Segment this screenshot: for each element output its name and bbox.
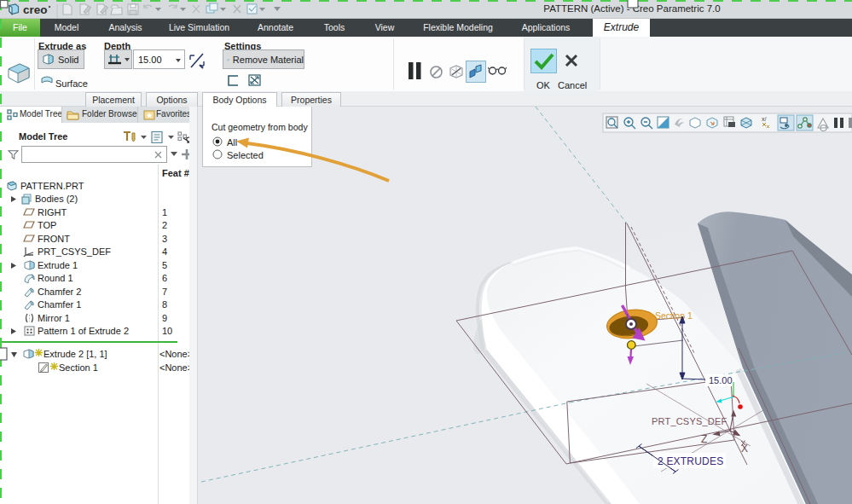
svg-text:PRT_CSYS_DEF: PRT_CSYS_DEF <box>652 416 727 426</box>
svg-text:X: X <box>741 443 748 455</box>
svg-text:Section 1: Section 1 <box>655 310 693 321</box>
svg-text:15.00: 15.00 <box>709 375 733 385</box>
svg-text:Z: Z <box>701 433 707 445</box>
svg-text:x/: x/ <box>762 116 767 122</box>
